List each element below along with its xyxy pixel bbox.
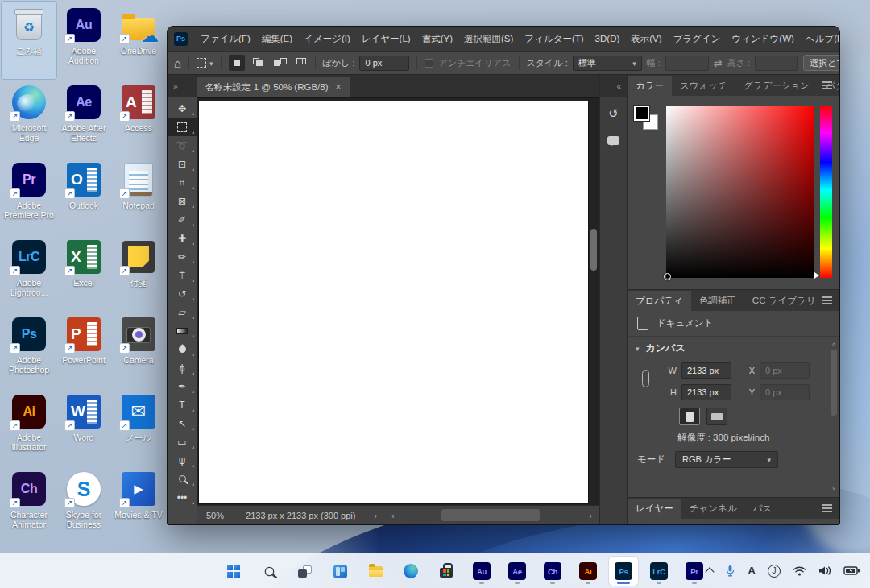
canvas-width-input[interactable]: 2133 px <box>682 362 731 379</box>
clone-stamp-tool[interactable]: ⍑ <box>168 266 197 284</box>
gradient-tool[interactable] <box>168 321 197 340</box>
horizontal-scrollbar[interactable] <box>402 506 582 524</box>
desktop-icon-sticky-notes[interactable]: ↗付箋 <box>111 234 166 311</box>
desktop-icon-adobe-lightroom-classic[interactable]: LrC↗Adobe Lightroo... <box>2 234 56 311</box>
task-view-button[interactable] <box>290 557 319 586</box>
tab-パス[interactable]: パス <box>745 499 781 519</box>
microphone-icon[interactable] <box>725 565 735 577</box>
search-button[interactable] <box>255 557 284 586</box>
crop-tool[interactable]: ⌗ <box>168 173 197 192</box>
comments-panel-icon[interactable] <box>603 130 625 151</box>
status-chevron-icon[interactable] <box>367 511 384 520</box>
menu-レイヤー(L)[interactable]: レイヤー(L) <box>356 27 416 51</box>
tab-close-icon[interactable] <box>336 81 342 93</box>
style-select[interactable]: 標準 <box>573 56 642 71</box>
illustrator-taskbar-button[interactable]: Ai <box>574 557 603 586</box>
canvas[interactable] <box>199 101 588 503</box>
swap-dimensions-icon[interactable] <box>714 57 723 69</box>
start-button[interactable] <box>219 557 248 586</box>
desktop-icon-access[interactable]: A↗Access <box>111 79 166 156</box>
properties-scrollbar[interactable] <box>829 340 839 492</box>
horizontal-scrollbar-thumb[interactable] <box>441 509 540 521</box>
wifi-icon[interactable] <box>793 565 806 576</box>
desktop-icon-adobe-photoshop[interactable]: Ps↗Adobe Photoshop <box>2 311 56 388</box>
rectangle-tool[interactable]: ▭ <box>168 433 197 451</box>
hand-tool[interactable]: ψ <box>168 451 197 470</box>
portrait-orientation-button[interactable] <box>679 408 700 425</box>
foreground-background-swatches[interactable] <box>632 106 660 278</box>
home-icon[interactable] <box>174 56 181 70</box>
edge-button[interactable] <box>396 557 425 586</box>
desktop-icon-onedrive[interactable]: ☁↗OneDrive <box>111 2 166 79</box>
tab-色調補正[interactable]: 色調補正 <box>691 291 744 311</box>
volume-icon[interactable] <box>818 565 831 576</box>
pen-tool[interactable]: ✒ <box>168 377 197 395</box>
vertical-scrollbar-thumb[interactable] <box>590 229 597 271</box>
menu-フィルター(T)[interactable]: フィルター(T) <box>519 27 589 51</box>
history-panel-icon[interactable]: ↺ <box>603 103 625 124</box>
tab-チャンネル[interactable]: チャンネル <box>682 499 745 519</box>
tab-レイヤー[interactable]: レイヤー <box>628 499 682 519</box>
hue-slider-pointer[interactable] <box>814 272 822 279</box>
history-brush-tool[interactable]: ↺ <box>168 284 197 303</box>
move-tool[interactable]: ✥ <box>168 99 197 118</box>
new-selection-button[interactable] <box>229 55 245 71</box>
widgets-button[interactable] <box>325 557 354 586</box>
ime-mode-indicator[interactable]: A <box>748 565 756 577</box>
landscape-orientation-button[interactable] <box>706 408 727 425</box>
desktop-icon-adobe-premiere-pro[interactable]: Pr↗Adobe Premiere Pro <box>2 156 56 234</box>
feather-input[interactable]: 0 px <box>359 56 409 71</box>
tray-overflow-icon[interactable] <box>706 567 715 576</box>
canvas-y-input[interactable]: 0 px <box>760 384 810 400</box>
tab-CC ライブラリ[interactable]: CC ライブラリ <box>744 291 824 311</box>
edit-toolbar[interactable]: ••• <box>168 488 197 507</box>
toolbar-collapse-icon[interactable] <box>168 75 197 97</box>
link-dimensions-icon[interactable] <box>642 370 649 387</box>
properties-scrollbar-thumb[interactable] <box>831 350 837 416</box>
intersect-selection-button[interactable] <box>292 55 308 71</box>
menu-編集(E)[interactable]: 編集(E) <box>256 27 298 51</box>
file-explorer-button[interactable] <box>361 557 390 586</box>
lightroom-taskbar-button[interactable]: LrC <box>644 557 673 586</box>
scroll-left-icon[interactable] <box>384 511 402 520</box>
menu-ヘルプ(H)[interactable]: ヘルプ(H) <box>800 27 840 51</box>
menu-イメージ(I)[interactable]: イメージ(I) <box>298 27 356 51</box>
desktop-icon-character-animator[interactable]: Ch↗Character Animator <box>2 466 56 543</box>
height-input[interactable] <box>755 56 798 71</box>
canvas-x-input[interactable]: 0 px <box>760 362 810 379</box>
character-animator-taskbar-button[interactable]: Ch <box>538 557 567 586</box>
tool-preset-button[interactable] <box>197 58 213 68</box>
menu-プラグイン[interactable]: プラグイン <box>668 27 727 51</box>
foreground-color-swatch[interactable] <box>634 106 649 121</box>
hue-slider[interactable] <box>820 106 832 278</box>
audition-taskbar-button[interactable]: Au <box>467 557 496 586</box>
rectangular-marquee-tool[interactable] <box>168 118 197 136</box>
lasso-tool[interactable]: ➰ <box>168 136 197 155</box>
properties-panel-menu-icon[interactable] <box>822 300 832 301</box>
menu-書式(Y)[interactable]: 書式(Y) <box>416 27 458 51</box>
tab-カラー[interactable]: カラー <box>628 76 672 96</box>
zoom-tool[interactable] <box>168 470 197 488</box>
canvas-section-header[interactable]: カンバス <box>628 337 839 359</box>
scroll-down-icon[interactable] <box>832 484 836 492</box>
desktop-icon-camera[interactable]: ↗Camera <box>111 311 166 388</box>
tab-グラデーション[interactable]: グラデーション <box>735 76 818 96</box>
desktop-icon-adobe-illustrator[interactable]: Ai↗Adobe Illustrator <box>2 388 56 466</box>
desktop-icon-skype-for-business[interactable]: S↗Skype for Business <box>56 466 111 543</box>
color-picker-cursor[interactable] <box>664 273 671 280</box>
vertical-scrollbar[interactable] <box>590 101 599 503</box>
spot-healing-brush-tool[interactable]: ✚ <box>168 229 197 247</box>
scroll-right-icon[interactable] <box>582 511 599 520</box>
after-effects-taskbar-button[interactable]: Ae <box>503 557 532 586</box>
width-input[interactable] <box>665 56 709 71</box>
blur-tool[interactable] <box>168 340 197 358</box>
eyedropper-tool[interactable]: ✐ <box>168 210 197 229</box>
photoshop-taskbar-button[interactable]: Ps <box>609 557 638 586</box>
color-panel-menu-icon[interactable] <box>822 85 832 86</box>
desktop-icon-adobe-after-effects[interactable]: Ae↗Adobe After Effects <box>56 79 111 156</box>
color-mode-select[interactable]: RGB カラー <box>675 451 778 468</box>
select-and-mask-button[interactable]: 選択とマスク... <box>803 55 839 71</box>
type-tool[interactable]: T <box>168 395 197 414</box>
desktop-icon-excel[interactable]: X↗Excel <box>56 234 111 311</box>
layers-panel-menu-icon[interactable] <box>822 507 832 509</box>
